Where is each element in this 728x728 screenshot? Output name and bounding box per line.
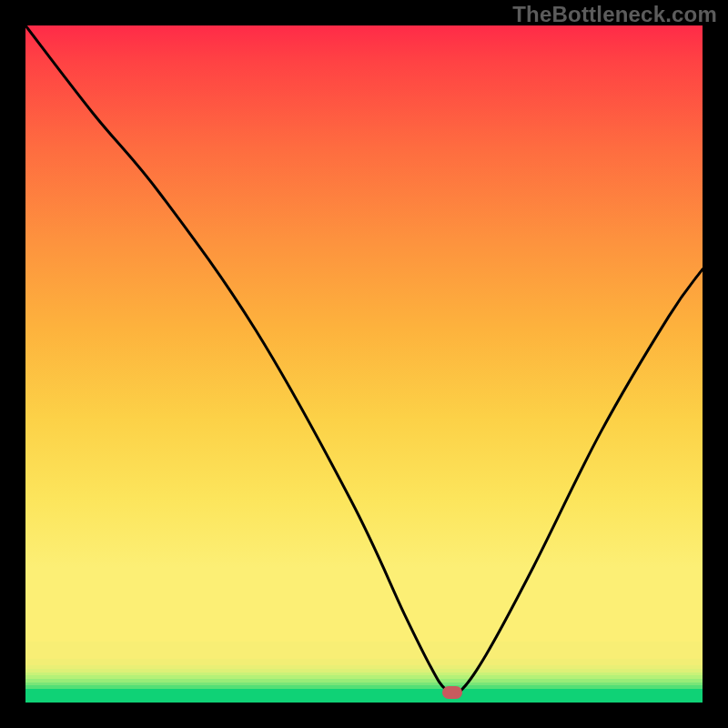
minimum-marker	[442, 686, 462, 699]
chart-frame: TheBottleneck.com	[0, 0, 728, 728]
plot-area	[25, 25, 703, 703]
watermark-text: TheBottleneck.com	[512, 2, 717, 27]
bottleneck-curve	[25, 25, 703, 703]
curve-path	[25, 25, 703, 695]
